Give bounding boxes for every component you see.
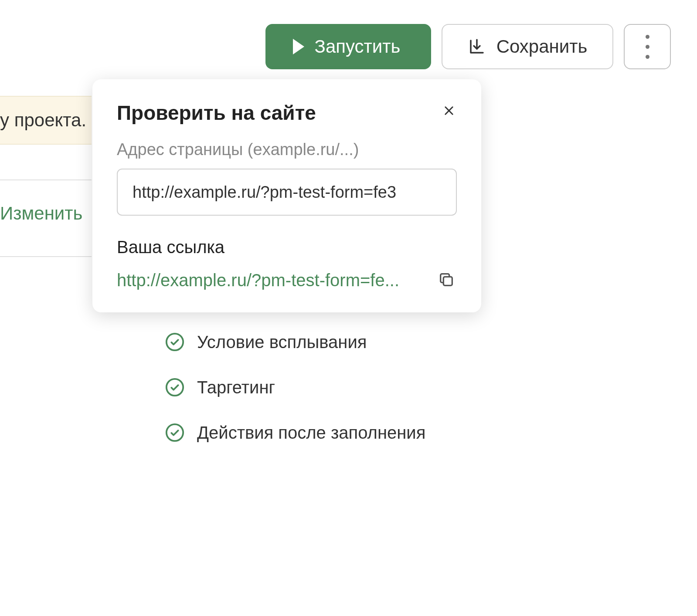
checklist-item-label: Действия после заполнения: [197, 423, 425, 443]
checklist-item-label: Условие всплывания: [197, 332, 367, 352]
divider: [0, 179, 92, 180]
copy-link-button[interactable]: [436, 269, 457, 291]
check-circle-icon: [165, 377, 185, 397]
generated-link[interactable]: http://example.ru/?pm-test-form=fe...: [117, 271, 427, 290]
download-icon: [468, 37, 486, 56]
address-label: Адрес страницы (example.ru/...): [117, 140, 457, 159]
link-row: http://example.ru/?pm-test-form=fe...: [117, 269, 457, 291]
save-button[interactable]: Сохранить: [442, 24, 613, 69]
copy-icon: [438, 271, 455, 288]
close-icon: [443, 105, 455, 117]
preview-popover: Проверить на сайте Адрес страницы (examp…: [92, 79, 481, 312]
checklist-item: Условие всплывания: [165, 332, 425, 352]
more-options-button[interactable]: [624, 24, 671, 69]
page-url-input[interactable]: [117, 169, 457, 216]
checklist: Условие всплывания Таргетинг Действия по…: [165, 332, 425, 468]
svg-point-4: [167, 379, 183, 396]
play-icon: [293, 39, 304, 54]
checklist-item-label: Таргетинг: [197, 378, 275, 397]
check-circle-icon: [165, 332, 185, 352]
save-button-label: Сохранить: [496, 36, 588, 57]
popover-title: Проверить на сайте: [117, 101, 316, 125]
divider: [0, 256, 92, 257]
svg-point-3: [167, 334, 183, 350]
checklist-item: Таргетинг: [165, 377, 425, 397]
notice-banner-text: у проекта.: [0, 110, 86, 131]
popover-header: Проверить на сайте: [117, 101, 457, 125]
checklist-item: Действия после заполнения: [165, 423, 425, 443]
check-circle-icon: [165, 423, 185, 443]
notice-banner: у проекта.: [0, 96, 92, 145]
run-button-label: Запустить: [315, 36, 401, 57]
svg-point-5: [167, 424, 183, 441]
kebab-icon: [646, 35, 649, 59]
your-link-label: Ваша ссылка: [117, 237, 457, 257]
edit-link[interactable]: Изменить: [0, 203, 82, 224]
run-button[interactable]: Запустить: [265, 24, 431, 69]
toolbar: Запустить Сохранить: [265, 24, 671, 69]
svg-rect-2: [443, 277, 452, 285]
close-button[interactable]: [441, 101, 457, 121]
